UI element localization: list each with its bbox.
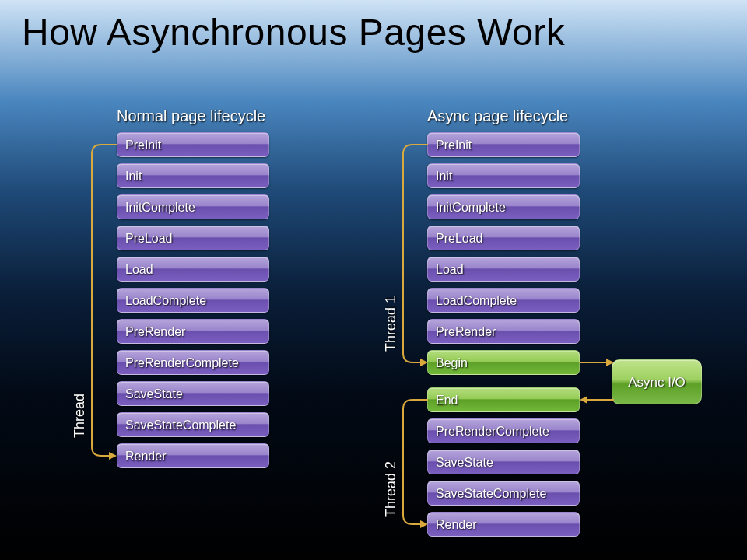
svg-marker-6 [580, 396, 587, 404]
async-stage-prerendercomplete: PreRenderComplete [427, 418, 580, 443]
async-stage-savestate: SaveState [427, 450, 580, 474]
normal-heading: Normal page lifecycle [117, 107, 265, 125]
async-thread1-label: Thread 1 [383, 296, 399, 352]
normal-stage-prerender: PreRender [117, 319, 269, 344]
async-stage-savestatecomplete: SaveStateComplete [427, 481, 580, 506]
async-heading: Async page lifecycle [427, 107, 568, 125]
async-stage-preinit: PreInit [427, 132, 580, 157]
async-stage-prerender: PreRender [427, 319, 580, 344]
async-thread2-label: Thread 2 [383, 461, 399, 517]
async-stage-load: Load [427, 257, 580, 282]
async-stage-initcomplete: InitComplete [427, 194, 580, 219]
normal-stage-loadcomplete: LoadComplete [117, 288, 269, 313]
normal-stage-render: Render [117, 443, 269, 468]
normal-thread-label: Thread [72, 394, 88, 438]
arrow-begin-to-io-icon [580, 356, 614, 369]
async-bracket1-icon [395, 132, 428, 375]
normal-stage-prerendercomplete: PreRenderComplete [117, 350, 269, 375]
async-stage-init: Init [427, 163, 580, 188]
async-stage-render: Render [427, 512, 580, 537]
async-io-box: Async I/O [612, 359, 702, 404]
normal-stage-preload: PreLoad [117, 226, 269, 250]
normal-stage-init: Init [117, 163, 269, 188]
svg-marker-0 [109, 452, 117, 460]
normal-stage-initcomplete: InitComplete [117, 194, 269, 219]
async-stage-end: End [427, 387, 580, 412]
normal-stage-load: Load [117, 257, 269, 282]
arrow-io-to-end-icon [580, 394, 614, 406]
async-stage-loadcomplete: LoadComplete [427, 288, 580, 313]
async-stage-preload: PreLoad [427, 226, 580, 250]
normal-stage-savestate: SaveState [117, 381, 269, 406]
async-stage-begin: Begin [427, 350, 580, 375]
normal-stage-preinit: PreInit [117, 132, 269, 157]
normal-bracket-icon [86, 132, 117, 468]
normal-stage-savestatecomplete: SaveStateComplete [117, 412, 269, 437]
async-bracket2-icon [395, 387, 428, 537]
slide-title: How Asynchronous Pages Work [22, 11, 565, 54]
